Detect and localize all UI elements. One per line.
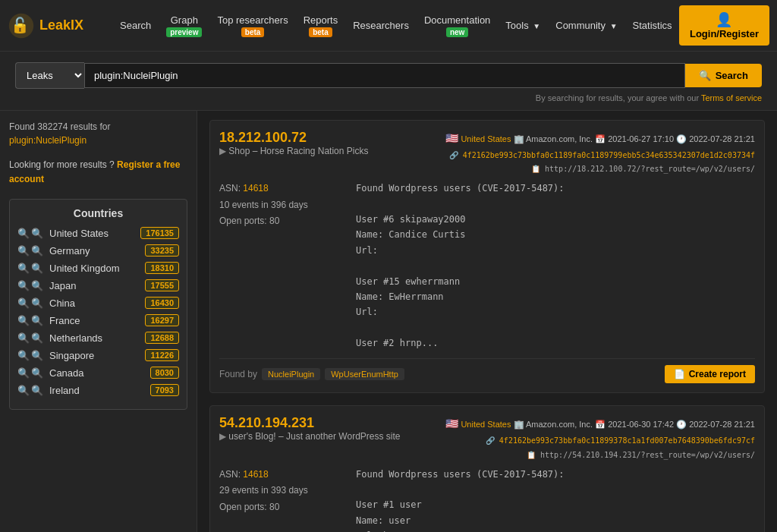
country-count[interactable]: 7093 [150,384,179,396]
country-count[interactable]: 11226 [145,349,179,361]
country-search-icons: 🔍 🔍 [17,332,43,344]
search-icon-2[interactable]: 🔍 [31,367,43,379]
main-layout: Found 382274 results for plugin:NucleiPl… [0,111,777,532]
countries-box: Countries 🔍 🔍 United States 176135 🔍 🔍 G… [9,199,187,410]
country-item: 🔍 🔍 United States 176135 [17,227,179,239]
countries-list: 🔍 🔍 United States 176135 🔍 🔍 Germany 332… [17,227,179,396]
country-search-icons: 🔍 🔍 [17,280,43,291]
logo[interactable]: 🔓 LeakIX [8,12,99,39]
country-count[interactable]: 17555 [145,279,179,291]
country-search-icons: 🔍 🔍 [17,263,43,274]
date-last: 2022-07-28 21:21 [689,134,755,143]
search-icon-1[interactable]: 🔍 [17,280,30,291]
country-count[interactable]: 12688 [145,332,179,344]
svg-text:🔓: 🔓 [11,16,30,34]
search-icon-1[interactable]: 🔍 [17,367,30,379]
country-name: Netherlands [49,332,142,344]
country-item: 🔍 🔍 China 16430 [17,297,179,309]
search-icon-2[interactable]: 🔍 [31,245,43,257]
result-ip[interactable]: 18.212.100.72 [219,130,368,146]
plugin-tag[interactable]: WpUserEnumHttp [325,368,404,380]
search-icon-1[interactable]: 🔍 [17,297,30,309]
asn-link[interactable]: 14618 [243,183,268,194]
search-icon-2[interactable]: 🔍 [31,228,43,239]
results-area: 18.212.100.72 ▶ Shop – Horse Racing Nati… [197,111,777,532]
nav-tools[interactable]: Tools ▼ [499,15,546,36]
nav-documentation[interactable]: Documentation new [418,10,496,42]
country-count[interactable]: 33235 [145,244,179,257]
country-search-icons: 🔍 🔍 [17,350,43,361]
country-search-icons: 🔍 🔍 [17,228,43,239]
arrow-icon: ▶ [219,146,226,156]
nav-graph[interactable]: Graph preview [160,10,208,42]
date-first: 2021-06-27 17:10 [608,134,674,143]
country-item: 🔍 🔍 United Kingdom 18310 [17,262,179,274]
result-url[interactable]: 📋 http://18.212.100.72/?rest_route=/wp/v… [531,165,755,173]
country-name: United Kingdom [49,263,142,274]
org-text: Amazon.com, Inc. [526,134,593,143]
search-icon-2[interactable]: 🔍 [31,385,43,396]
search-input[interactable] [84,63,685,88]
nav-statistics[interactable]: Statistics [627,15,678,36]
country-item: 🔍 🔍 Germany 33235 [17,244,179,257]
login-register-button[interactable]: 👤 Login/Register [679,5,769,46]
result-ip[interactable]: 54.210.194.231 [219,415,401,431]
search-button[interactable]: 🔍 Search [685,64,762,87]
search-icon-1[interactable]: 🔍 [17,263,30,274]
country-search-icons: 🔍 🔍 [17,297,43,309]
nav-community[interactable]: Community ▼ [549,15,623,36]
nav-researchers[interactable]: Researchers [347,15,415,36]
create-report-button[interactable]: 📄 Create report [665,365,755,383]
search-icon-2[interactable]: 🔍 [31,263,43,274]
country-count[interactable]: 16297 [145,314,179,326]
docs-badge: new [446,27,468,37]
search-icon-2[interactable]: 🔍 [31,350,43,361]
search-icon-2[interactable]: 🔍 [31,297,43,309]
country-link[interactable]: United States [461,134,511,143]
reports-badge: beta [309,27,332,37]
country-search-icons: 🔍 🔍 [17,385,43,396]
date-last: 2022-07-28 21:21 [689,420,755,429]
register-prompt: Looking for more results ? Register a fr… [9,158,187,187]
search-icon-2[interactable]: 🔍 [31,280,43,291]
result-subtitle[interactable]: ▶ Shop – Horse Racing Nation Picks [219,146,368,156]
country-count[interactable]: 18310 [145,262,179,274]
country-name: Japan [49,280,142,291]
country-search-icons: 🔍 🔍 [17,367,43,379]
search-icon-1[interactable]: 🔍 [17,315,30,326]
search-type-select[interactable]: Leaks Services [15,62,84,89]
country-count[interactable]: 176135 [140,227,179,239]
country-item: 🔍 🔍 Canada 8030 [17,367,179,379]
search-icon-2[interactable]: 🔍 [31,332,43,344]
search-icon-1[interactable]: 🔍 [17,350,30,361]
sidebar-found: Found 382274 results for plugin:NucleiPl… [9,120,187,147]
country-name: Germany [49,245,142,257]
nav-reports[interactable]: Reports beta [297,10,344,42]
country-search-icons: 🔍 🔍 [17,245,43,257]
result-body: ASN: 14618 10 events in 396 days Open po… [219,181,755,351]
country-count[interactable]: 16430 [145,297,179,309]
search-icon-1[interactable]: 🔍 [17,385,30,396]
country-name: Singapore [49,350,142,361]
result-meta: 🇺🇸 United States 🏢 Amazon.com, Inc. 📅 20… [445,130,755,176]
country-name: United States [49,228,137,239]
found-by: Found by NucleiPlugin WpUserEnumHttp [219,368,404,380]
search-icon-1[interactable]: 🔍 [17,245,30,257]
country-name: France [49,315,142,326]
search-icon-1[interactable]: 🔍 [17,332,30,344]
result-subtitle[interactable]: ▶ user's Blog! – Just another WordPress … [219,431,401,442]
flag-icon: 🇺🇸 [445,417,458,430]
asn-link[interactable]: 14618 [243,469,268,480]
result-url[interactable]: 📋 http://54.210.194.231/?rest_route=/wp/… [527,451,755,459]
country-item: 🔍 🔍 Japan 17555 [17,279,179,291]
nav-items: Search Graph preview Top researchers bet… [114,10,679,42]
search-icon-1[interactable]: 🔍 [17,228,30,239]
nav-search[interactable]: Search [114,15,157,36]
nav-top-researchers[interactable]: Top researchers beta [211,10,294,42]
search-icon-2[interactable]: 🔍 [31,315,43,326]
country-count[interactable]: 8030 [150,367,179,379]
plugin-tag[interactable]: NucleiPlugin [262,368,320,380]
country-link[interactable]: United States [461,420,511,429]
tos-link[interactable]: Terms of service [701,93,762,102]
result-card: 18.212.100.72 ▶ Shop – Horse Racing Nati… [209,120,765,393]
